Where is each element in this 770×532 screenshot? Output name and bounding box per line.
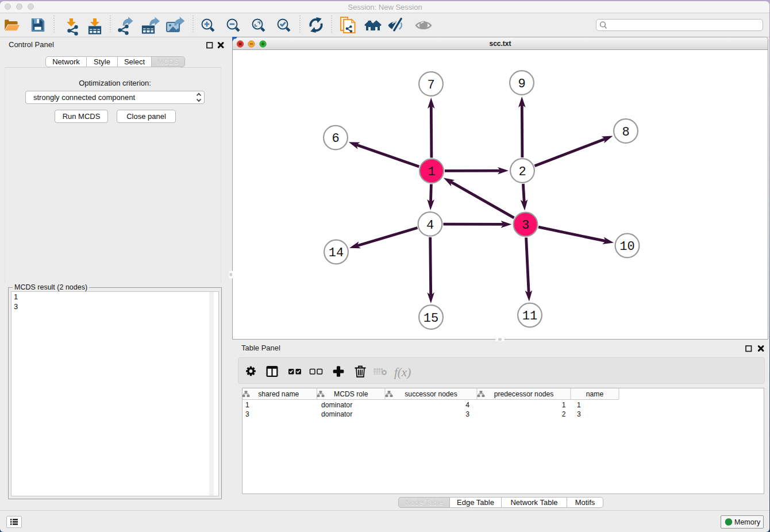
svg-text:3: 3: [465, 410, 469, 418]
svg-text:10: 10: [619, 240, 634, 254]
svg-text:2: 2: [562, 410, 566, 418]
svg-text:2: 2: [518, 165, 526, 179]
svg-text:dominator: dominator: [321, 410, 352, 418]
svg-text:1: 1: [577, 401, 581, 409]
svg-text:1: 1: [428, 165, 435, 179]
svg-text:MCDS role: MCDS role: [334, 390, 368, 398]
svg-text:1: 1: [562, 401, 566, 409]
svg-text:Memory: Memory: [734, 518, 761, 526]
svg-text:4: 4: [426, 218, 433, 233]
svg-text:4: 4: [465, 401, 469, 409]
svg-text:successor nodes: successor nodes: [405, 390, 457, 398]
svg-text:3: 3: [577, 410, 581, 418]
svg-text:1: 1: [245, 401, 249, 409]
svg-text:9: 9: [518, 77, 525, 91]
svg-text:3: 3: [245, 410, 249, 418]
svg-text:7: 7: [427, 78, 434, 92]
svg-text:predecessor nodes: predecessor nodes: [494, 390, 554, 398]
svg-text:3: 3: [521, 218, 529, 233]
svg-text:name: name: [586, 390, 604, 398]
svg-text:dominator: dominator: [321, 401, 352, 409]
svg-text:shared name: shared name: [258, 390, 299, 398]
svg-text:f(x): f(x): [394, 365, 411, 379]
svg-text:14: 14: [328, 246, 343, 260]
svg-text:6: 6: [332, 132, 339, 146]
svg-text:15: 15: [423, 311, 438, 326]
svg-text:11: 11: [522, 309, 537, 323]
svg-text:8: 8: [622, 125, 629, 140]
